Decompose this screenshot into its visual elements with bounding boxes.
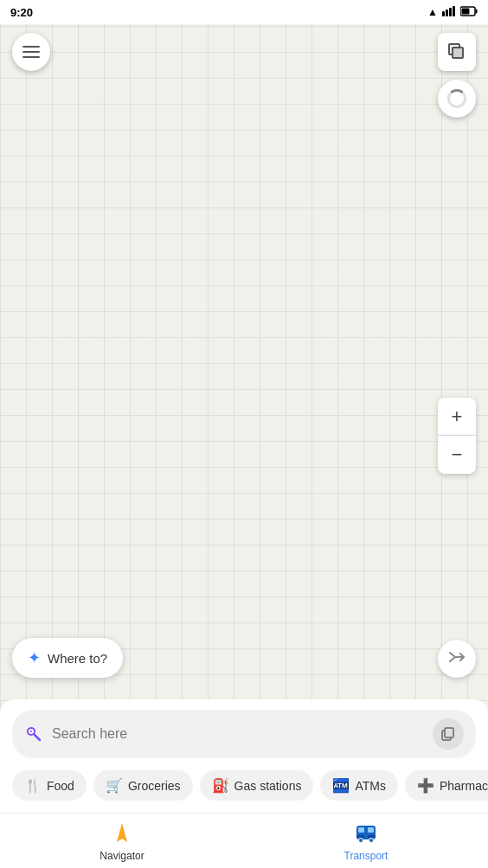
layers-icon <box>448 43 466 61</box>
where-to-button[interactable]: ✦ Where to? <box>12 638 123 678</box>
transport-icon <box>352 820 380 847</box>
svg-point-21 <box>359 839 363 843</box>
nav-cancel-button[interactable] <box>438 640 476 678</box>
svg-line-7 <box>450 653 455 657</box>
menu-button[interactable] <box>12 33 50 71</box>
category-chip-gas_stations[interactable]: ⛽Gas stations <box>200 770 314 801</box>
bottom-panel: Search here 🍴Food🛒Groceries⛽Gas stations… <box>0 699 488 813</box>
wifi-icon: ▲ <box>427 6 438 18</box>
atms-label: ATMs <box>355 779 386 793</box>
category-chip-groceries[interactable]: 🛒Groceries <box>93 770 193 801</box>
gas_stations-icon: ⛽ <box>212 777 229 794</box>
signal-icon <box>442 6 456 19</box>
zoom-controls: + − <box>438 398 476 474</box>
svg-line-13 <box>35 735 40 740</box>
search-copy-button[interactable] <box>433 718 464 750</box>
nav-cancel-icon <box>448 648 466 670</box>
status-time: 9:20 <box>10 6 33 19</box>
search-icon <box>24 724 43 744</box>
navigator-label: Navigator <box>100 850 144 862</box>
copy-icon <box>441 727 455 741</box>
layers-button[interactable] <box>438 33 476 71</box>
svg-line-8 <box>450 657 455 661</box>
transport-label: Transport <box>344 850 388 862</box>
zoom-in-button[interactable]: + <box>438 398 476 436</box>
svg-marker-16 <box>117 823 127 842</box>
search-bar[interactable]: Search here <box>12 710 476 758</box>
svg-rect-18 <box>358 827 364 833</box>
groceries-label: Groceries <box>128 779 181 793</box>
search-placeholder[interactable]: Search here <box>52 726 424 742</box>
navigator-icon <box>108 820 136 847</box>
svg-rect-0 <box>442 11 445 16</box>
category-chip-atms[interactable]: 🏧ATMs <box>320 770 398 801</box>
gps-icon <box>447 89 466 108</box>
svg-rect-6 <box>462 8 470 14</box>
svg-rect-1 <box>446 10 448 16</box>
svg-point-22 <box>369 839 374 843</box>
gas_stations-label: Gas stations <box>234 779 302 793</box>
pharmacies-label: Pharmacies <box>440 779 488 793</box>
battery-icon <box>460 6 478 19</box>
hamburger-icon <box>22 46 40 58</box>
status-bar: 9:20 ▲ <box>0 0 488 24</box>
atms-icon: 🏧 <box>332 777 350 794</box>
svg-point-12 <box>30 731 32 732</box>
routing-icon: ✦ <box>28 648 41 667</box>
food-icon: 🍴 <box>24 777 42 794</box>
category-chip-pharmacies[interactable]: ➕Pharmacies <box>405 770 488 801</box>
svg-rect-2 <box>449 8 452 16</box>
svg-rect-3 <box>453 6 455 16</box>
location-button[interactable] <box>438 80 476 118</box>
food-label: Food <box>47 779 74 793</box>
zoom-out-button[interactable]: − <box>438 436 476 474</box>
category-chips: 🍴Food🛒Groceries⛽Gas stations🏧ATMs➕Pharma… <box>0 767 488 809</box>
svg-rect-23 <box>364 826 368 839</box>
nav-item-transport[interactable]: Transport <box>244 814 488 867</box>
pharmacies-icon: ➕ <box>417 777 434 794</box>
groceries-icon: 🛒 <box>106 777 123 794</box>
status-icons: ▲ <box>427 6 478 19</box>
nav-item-navigator[interactable]: Navigator <box>0 814 244 867</box>
category-chip-food[interactable]: 🍴Food <box>12 770 87 801</box>
svg-rect-5 <box>476 9 478 13</box>
svg-rect-19 <box>368 827 374 833</box>
where-to-label: Where to? <box>48 651 107 666</box>
bottom-nav: Navigator Transport <box>0 813 488 868</box>
svg-rect-15 <box>445 728 453 737</box>
